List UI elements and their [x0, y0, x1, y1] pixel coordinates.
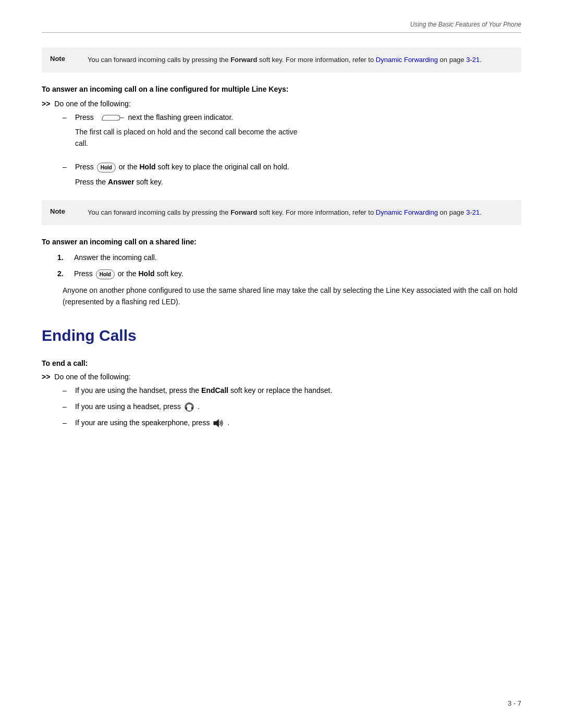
section2-heading: To answer an incoming call on a shared l…	[42, 238, 521, 246]
section3-dash2-text1: If you are using a headset, press	[75, 402, 181, 411]
section1-dash2-suffix: or the	[119, 163, 140, 171]
section2-item2-prefix: Press	[74, 269, 93, 278]
section3-dash2-period: .	[198, 402, 200, 411]
section3-intro-text: Do one of the following:	[54, 373, 130, 381]
section1-heading: To answer an incoming call on a line con…	[42, 85, 521, 93]
section3-dash1-text2: soft key or replace the handset.	[228, 386, 332, 394]
note2-page-link[interactable]: 3-21	[466, 208, 480, 216]
section2-item2-bold: Hold	[139, 269, 155, 278]
section2-numbered-list: 1. Answer the incoming call. 2. Press Ho…	[57, 252, 521, 279]
section2-item1: 1. Answer the incoming call.	[57, 252, 521, 263]
note1-text3: on page	[438, 56, 466, 64]
header-text: Using the Basic Features of Your Phone	[410, 21, 521, 28]
page-container: Using the Basic Features of Your Phone N…	[0, 0, 563, 465]
section1-press-answer: Press the Answer soft key.	[75, 177, 521, 188]
double-arrow-1: >>	[42, 100, 50, 108]
headset-icon	[184, 402, 194, 412]
section3-dash-list: – If you are using the handset, press th…	[63, 385, 521, 429]
note-label-2: Note	[50, 207, 81, 218]
note1-page-link[interactable]: 3-21	[466, 56, 480, 64]
note-content-1: You can forward incoming calls by pressi…	[88, 55, 482, 65]
note2-text: You can forward incoming calls by pressi…	[88, 208, 230, 216]
dash-symbol-s3-2: –	[63, 401, 69, 412]
note1-text: You can forward incoming calls by pressi…	[88, 56, 230, 64]
section3-endcall-bold: EndCall	[201, 386, 228, 394]
section3-dash2: – If you are using a headset, press .	[63, 401, 521, 412]
note-box-2: Note You can forward incoming calls by p…	[42, 200, 521, 225]
dash-symbol-s3-1: –	[63, 385, 69, 396]
chapter-heading: Ending Calls	[42, 327, 521, 344]
section2-para: Anyone on another phone configured to us…	[63, 285, 521, 308]
note2-text2: soft key. For more information, refer to	[257, 208, 375, 216]
dash-symbol-s3-3: –	[63, 417, 69, 428]
num-label-2: 2.	[57, 268, 70, 279]
section1-dash1-para: The first call is placed on hold and the…	[75, 126, 521, 150]
double-arrow-3: >>	[42, 373, 50, 381]
page-header: Using the Basic Features of Your Phone	[42, 21, 521, 33]
num-label-1: 1.	[57, 252, 70, 263]
note1-link[interactable]: Dynamic Forwarding	[376, 56, 438, 64]
dash-symbol-2: –	[63, 162, 69, 172]
section1-dash1-content: Press next the flashing green indicator.…	[75, 112, 521, 157]
section1-intro: >> Do one of the following:	[42, 100, 521, 108]
section1-dash1-suffix: next the flashing green indicator.	[128, 113, 234, 121]
note-label-1: Note	[50, 55, 81, 65]
note1-bold: Forward	[230, 56, 257, 64]
section1-dash1-prefix: Press	[75, 113, 94, 121]
section2-item1-text: Answer the incoming call.	[74, 252, 157, 263]
note2-text3: on page	[438, 208, 466, 216]
section3-dash3-content: If your are using the speakerphone, pres…	[75, 417, 521, 428]
section3-intro: >> Do one of the following:	[42, 373, 521, 381]
section3-dash3-text1: If your are using the speakerphone, pres…	[75, 418, 210, 427]
note2-bold: Forward	[230, 208, 257, 216]
note1-text4: .	[480, 56, 482, 64]
page-footer: 3 - 7	[508, 699, 521, 707]
section3-dash1-text1: If you are using the handset, press the	[75, 386, 201, 394]
note-content-2: You can forward incoming calls by pressi…	[88, 207, 482, 218]
section3-heading: To end a call:	[42, 359, 521, 367]
section1-dash2-prefix: Press	[75, 163, 94, 171]
svg-marker-4	[214, 419, 219, 427]
section1-dash1: – Press next the flashing green indicato…	[63, 112, 521, 157]
section3-dash1-content: If you are using the handset, press the …	[75, 385, 521, 396]
note-box-1: Note You can forward incoming calls by p…	[42, 47, 521, 72]
section2-item2: 2. Press Hold or the Hold soft key.	[57, 268, 521, 279]
line-key-icon	[98, 113, 124, 122]
speakerphone-icon	[213, 418, 224, 428]
section1-dash2-suffix2: soft key to place the original call on h…	[156, 163, 289, 171]
page-number: 3 - 7	[508, 699, 521, 707]
section3-dash3: – If your are using the speakerphone, pr…	[63, 417, 521, 428]
hold-key-icon-1: Hold	[97, 163, 116, 172]
note1-text2: soft key. For more information, refer to	[257, 56, 375, 64]
svg-rect-2	[186, 407, 187, 410]
section3-dash1: – If you are using the handset, press th…	[63, 385, 521, 396]
section2-item2-content: Press Hold or the Hold soft key.	[74, 268, 183, 279]
svg-rect-3	[191, 407, 193, 410]
section3-dash2-content: If you are using a headset, press .	[75, 401, 521, 412]
section1-dash-list: – Press next the flashing green indicato…	[63, 112, 521, 188]
section2-item2-suffix2: soft key.	[155, 269, 183, 278]
section2-item2-suffix: or the	[118, 269, 139, 278]
section1-dash2-bold: Hold	[140, 163, 156, 171]
section1-intro-text: Do one of the following:	[54, 100, 130, 108]
hold-key-icon-2: Hold	[96, 269, 115, 279]
section1-dash2: – Press Hold or the Hold soft key to pla…	[63, 162, 521, 188]
note2-text4: .	[480, 208, 482, 216]
dash-symbol-1: –	[63, 112, 69, 123]
section1-dash2-content: Press Hold or the Hold soft key to place…	[75, 162, 521, 188]
note2-link[interactable]: Dynamic Forwarding	[376, 208, 438, 216]
section3-dash3-period: .	[227, 418, 229, 427]
